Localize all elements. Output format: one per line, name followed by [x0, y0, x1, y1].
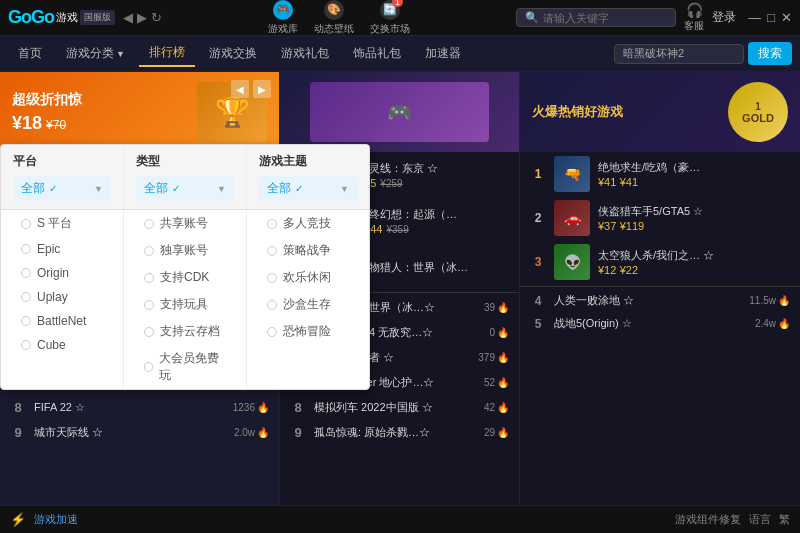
theme-item-sandbox[interactable]: 沙盒生存: [247, 291, 369, 318]
promo-original: ¥70: [46, 118, 66, 132]
platform-item-cube[interactable]: Cube: [1, 333, 123, 357]
fire-icon-8: 🔥: [257, 402, 269, 413]
h-rank-name-1: 绝地求生/吃鸡（豪…: [598, 160, 790, 175]
nav-ranking[interactable]: 排行榜: [139, 40, 195, 67]
nav-refresh-btn[interactable]: ↻: [151, 10, 162, 25]
h-rank-info-3: 太空狼人杀/我们之… ☆ ¥12 ¥22: [598, 248, 790, 277]
nav-home[interactable]: 首页: [8, 41, 52, 66]
theme-item-horror[interactable]: 恐怖冒险: [247, 318, 369, 345]
promo-banner: 超级折扣惊 ¥18 ¥70 🏆 ◀ ▶: [0, 72, 279, 152]
type-check-icon: ✓: [172, 183, 180, 194]
platform-selected[interactable]: 全部 ✓ ▼: [13, 176, 111, 201]
platform-item-battlenet[interactable]: BattleNet: [1, 309, 123, 333]
wallpaper-icon: 🎨: [324, 0, 344, 20]
platform-item-epic[interactable]: Epic: [1, 237, 123, 261]
nav-exchange[interactable]: 游戏交换: [199, 41, 267, 66]
service-icon: 🎧: [686, 2, 703, 18]
platform-item-origin[interactable]: Origin: [1, 261, 123, 285]
top-nav-library[interactable]: 🎮 游戏库: [268, 0, 298, 36]
h-rank-info-1: 绝地求生/吃鸡（豪… ¥41 ¥41: [598, 160, 790, 189]
logo-game-text: 游戏: [56, 10, 78, 25]
nav-accelerator[interactable]: 加速器: [415, 41, 471, 66]
game-accelerator-btn[interactable]: 游戏加速: [34, 512, 78, 527]
nav-back-btn[interactable]: ◀: [123, 10, 133, 25]
nav-forward-btn[interactable]: ▶: [137, 10, 147, 25]
c-rank-count-7: 52🔥: [484, 377, 509, 388]
type-selected[interactable]: 全部 ✓ ▼: [136, 176, 234, 201]
platform-label-origin: Origin: [37, 266, 69, 280]
platform-radio-battlenet: [21, 316, 31, 326]
repair-btn[interactable]: 游戏组件修复: [675, 512, 741, 527]
game-accel-icon: ⚡: [10, 512, 26, 527]
type-item-vip[interactable]: 大会员免费玩: [124, 345, 246, 389]
type-items: 共享账号 独享账号 支持CDK 支持玩具 支持云存档: [124, 210, 246, 389]
dropdown-theme-col: 游戏主题 全部 ✓ ▼: [247, 145, 369, 209]
platform-item-s[interactable]: S 平台: [1, 210, 123, 237]
nav-accessory[interactable]: 饰品礼包: [343, 41, 411, 66]
theme-selected[interactable]: 全部 ✓ ▼: [259, 176, 357, 201]
logo: GoGo 游戏 国服版: [8, 7, 115, 28]
h-rank-thumb-2: 🚗: [554, 200, 590, 236]
theme-radio-sandbox: [267, 300, 277, 310]
type-label-vip: 大会员免费玩: [159, 350, 226, 384]
customer-service[interactable]: 🎧 客服: [684, 2, 704, 33]
market-label: 交换市场: [370, 22, 410, 36]
top-search-input[interactable]: [543, 12, 667, 24]
promo-prev-btn[interactable]: ◀: [231, 80, 249, 98]
left-rank-9[interactable]: 9 城市天际线 ☆ 2.0w🔥: [0, 420, 279, 445]
nav-category[interactable]: 游戏分类 ▼: [56, 41, 135, 66]
rank-num-9: 9: [10, 425, 26, 440]
theme-item-strategy[interactable]: 策略战争: [247, 237, 369, 264]
rank-num-8: 8: [10, 400, 26, 415]
traditional-chinese-btn[interactable]: 繁: [779, 512, 790, 527]
center-rank-8[interactable]: 8 模拟列车 2022中国版 ☆ 42🔥: [280, 395, 519, 420]
nav-gift[interactable]: 游戏礼包: [271, 41, 339, 66]
platform-item-uplay[interactable]: Uplay: [1, 285, 123, 309]
service-label: 客服: [684, 19, 704, 33]
h-price-1: ¥41: [598, 176, 616, 188]
gold-badge: 1 GOLD: [728, 82, 788, 142]
type-item-cloud[interactable]: 支持云存档: [124, 318, 246, 345]
platform-radio-epic: [21, 244, 31, 254]
nav-search-btn[interactable]: 搜索: [748, 42, 792, 65]
type-label-trial: 支持玩具: [160, 296, 208, 313]
login-btn[interactable]: 登录: [712, 9, 736, 26]
close-btn[interactable]: ✕: [781, 10, 792, 25]
hot-separator: [520, 286, 800, 287]
minimize-btn[interactable]: —: [748, 10, 761, 25]
c-rank-info-1: 幽灵线：东京 ☆ ¥75¥259: [358, 161, 509, 190]
theme-item-casual[interactable]: 欢乐休闲: [247, 264, 369, 291]
hot-rank-2[interactable]: 2 🚗 侠盗猎车手5/GTA5 ☆ ¥37 ¥119: [520, 196, 800, 240]
h-price-2: ¥37: [598, 220, 616, 232]
c-fire-9: 🔥: [497, 427, 509, 438]
dropdown-header: 平台 全部 ✓ ▼ 类型 全部 ✓ ▼ 游戏主题 全部: [1, 145, 369, 210]
center-rank-9[interactable]: 9 孤岛惊魂: 原始杀戮…☆ 29🔥: [280, 420, 519, 445]
h-price-area-2: ¥37 ¥119: [598, 219, 790, 233]
maximize-btn[interactable]: □: [767, 10, 775, 25]
search-icon: 🔍: [525, 11, 539, 24]
hot-rank-3[interactable]: 3 👽 太空狼人杀/我们之… ☆ ¥12 ¥22: [520, 240, 800, 284]
theme-item-pvp[interactable]: 多人竞技: [247, 210, 369, 237]
dropdown-type-col: 类型 全部 ✓ ▼: [124, 145, 246, 209]
platform-radio-cube: [21, 340, 31, 350]
badge-gold-label: GOLD: [742, 112, 774, 124]
hot-rank-1[interactable]: 1 🔫 绝地求生/吃鸡（豪… ¥41 ¥41: [520, 152, 800, 196]
theme-label-pvp: 多人竞技: [283, 215, 331, 232]
hot-rank-5[interactable]: 5 战地5(Origin) ☆ 2.4w🔥: [520, 312, 800, 335]
library-label: 游戏库: [268, 22, 298, 36]
hot-banner-content: 火爆热销好游戏: [532, 103, 623, 121]
theme-radio-horror: [267, 327, 277, 337]
platform-title: 平台: [13, 153, 111, 170]
h-rank-num-1: 1: [530, 167, 546, 181]
hot-rank-4[interactable]: 4 人类一败涂地 ☆ 11.5w🔥: [520, 289, 800, 312]
type-item-shared[interactable]: 共享账号: [124, 210, 246, 237]
type-item-exclusive[interactable]: 独享账号: [124, 237, 246, 264]
top-nav-wallpaper[interactable]: 🎨 动态壁纸: [314, 0, 354, 36]
type-radio-shared: [144, 219, 154, 229]
left-rank-8[interactable]: 8 FIFA 22 ☆ 1236🔥: [0, 395, 279, 420]
type-item-cdk[interactable]: 支持CDK: [124, 264, 246, 291]
top-nav-market[interactable]: 🔄 1 交换市场: [370, 0, 410, 36]
type-item-trial[interactable]: 支持玩具: [124, 291, 246, 318]
nav-search-input[interactable]: [614, 44, 744, 64]
promo-next-btn[interactable]: ▶: [253, 80, 271, 98]
